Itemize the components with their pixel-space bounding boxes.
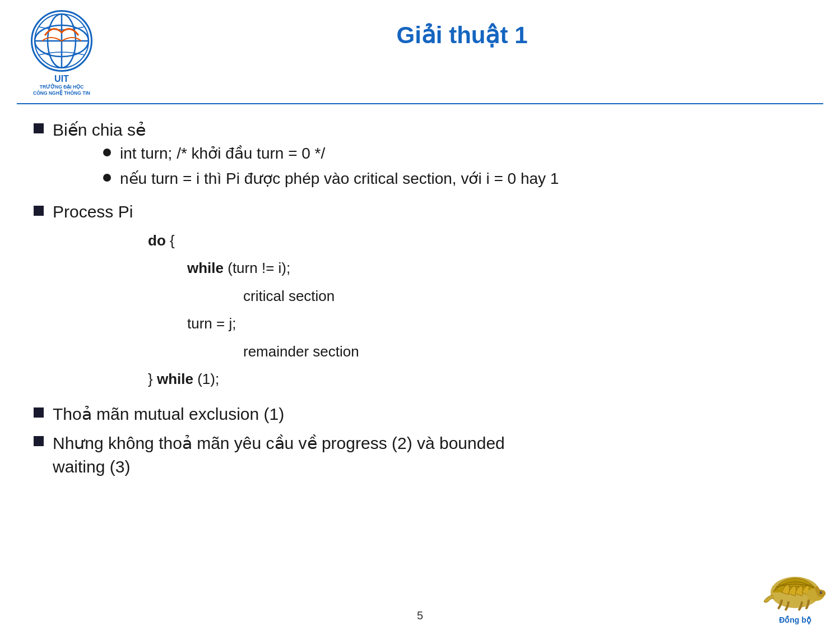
title-area: Giải thuật 1 (106, 10, 818, 49)
square-bullet-3 (34, 407, 44, 418)
while-keyword: while (187, 260, 224, 276)
code-line-do: do { (120, 227, 806, 254)
logo-text: UIT TRƯỜNG ĐẠI HỌC CÔNG NGHỆ THÔNG TIN (33, 74, 90, 96)
header: UIT TRƯỜNG ĐẠI HỌC CÔNG NGHỆ THÔNG TIN G… (0, 0, 840, 96)
armadillo-icon (762, 565, 829, 615)
code-line-endwhile: } while (1); (120, 365, 806, 393)
section3-item: Thoả mãn mutual exclusion (1) (34, 404, 806, 424)
circle-bullet-2 (103, 174, 111, 182)
circle-bullet-1 (103, 149, 111, 156)
section3-label: Thoả mãn mutual exclusion (1) (53, 404, 284, 424)
sub-bullets-1: int turn; /* khởi đầu turn = 0 */ nếu tu… (103, 144, 559, 188)
section4-item: Nhưng không thoả mãn yêu cầu về progress… (34, 432, 806, 479)
section1-item: Biến chia sẻ int turn; /* khởi đầu turn … (34, 120, 806, 194)
section1-label: Biến chia sẻ (53, 121, 146, 139)
uit-label: UIT (33, 74, 90, 84)
square-bullet-4 (34, 436, 44, 446)
main-title: Giải thuật 1 (106, 21, 818, 49)
sub-bullet-2: nếu turn = i thì Pi được phép vào critic… (103, 169, 559, 188)
logo-circle (31, 10, 92, 72)
code-line-turn: turn = j; (120, 310, 806, 337)
logo-svg (34, 13, 90, 69)
section2-label: Process Pi (53, 202, 133, 221)
code-line-while: while (turn != i); (120, 254, 806, 282)
footer-right: Đồng bộ (762, 565, 829, 624)
square-bullet-1 (34, 123, 44, 133)
content: Biến chia sẻ int turn; /* khởi đầu turn … (0, 104, 840, 498)
while2-keyword: while (157, 370, 193, 387)
square-bullet-2 (34, 206, 44, 216)
section4-label: Nhưng không thoả mãn yêu cầu về progress… (53, 432, 557, 479)
code-block: do { while (turn != i); critical section… (120, 227, 806, 393)
sub2-text: nếu turn = i thì Pi được phép vào critic… (120, 169, 559, 188)
code-line-critical: critical section (120, 282, 806, 310)
do-keyword: do (148, 232, 166, 249)
sub-bullet-1: int turn; /* khởi đầu turn = 0 */ (103, 144, 559, 163)
page-number: 5 (417, 609, 423, 622)
section2-item: Process Pi do { while (turn != i); criti… (34, 202, 806, 393)
university-label: TRƯỜNG ĐẠI HỌC CÔNG NGHỆ THÔNG TIN (33, 84, 90, 96)
footer: 5 (0, 596, 840, 630)
sub1-text: int turn; /* khởi đầu turn = 0 */ (120, 144, 325, 163)
svg-point-9 (821, 591, 822, 592)
code-line-remainder: remainder section (120, 338, 806, 365)
footer-sync-label: Đồng bộ (779, 615, 811, 624)
logo-area: UIT TRƯỜNG ĐẠI HỌC CÔNG NGHỆ THÔNG TIN (17, 10, 106, 96)
